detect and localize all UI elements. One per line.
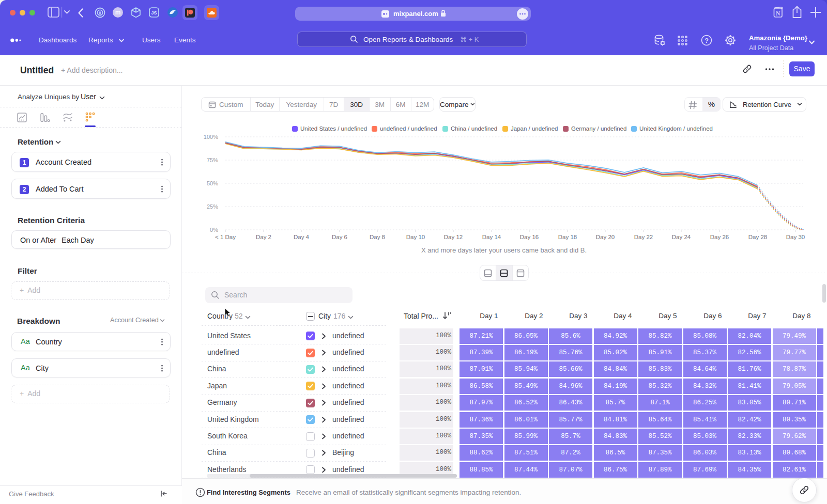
svg-text:Day 16: Day 16 — [520, 234, 539, 240]
svg-text:Day 14: Day 14 — [482, 234, 501, 240]
svg-text:Day 10: Day 10 — [406, 234, 425, 240]
svg-text:75%: 75% — [207, 157, 218, 163]
svg-text:Day 6: Day 6 — [332, 234, 347, 240]
svg-text:Day 12: Day 12 — [444, 234, 463, 240]
svg-text:Day 30: Day 30 — [786, 234, 805, 240]
svg-text:Day 2: Day 2 — [256, 234, 271, 240]
svg-text:Day 8: Day 8 — [370, 234, 385, 240]
svg-text:Day 22: Day 22 — [634, 234, 653, 240]
svg-text:< 1 Day: < 1 Day — [215, 234, 236, 240]
svg-text:Day 18: Day 18 — [558, 234, 577, 240]
svg-text:0%: 0% — [210, 227, 218, 233]
svg-text:50%: 50% — [207, 180, 218, 186]
svg-text:Day 4: Day 4 — [294, 234, 310, 240]
svg-text:100%: 100% — [204, 134, 218, 140]
svg-text:Day 28: Day 28 — [748, 234, 767, 240]
svg-text:Day 24: Day 24 — [672, 234, 691, 240]
svg-text:25%: 25% — [207, 203, 218, 210]
svg-text:Day 20: Day 20 — [596, 234, 615, 240]
svg-text:Day 26: Day 26 — [710, 234, 729, 240]
